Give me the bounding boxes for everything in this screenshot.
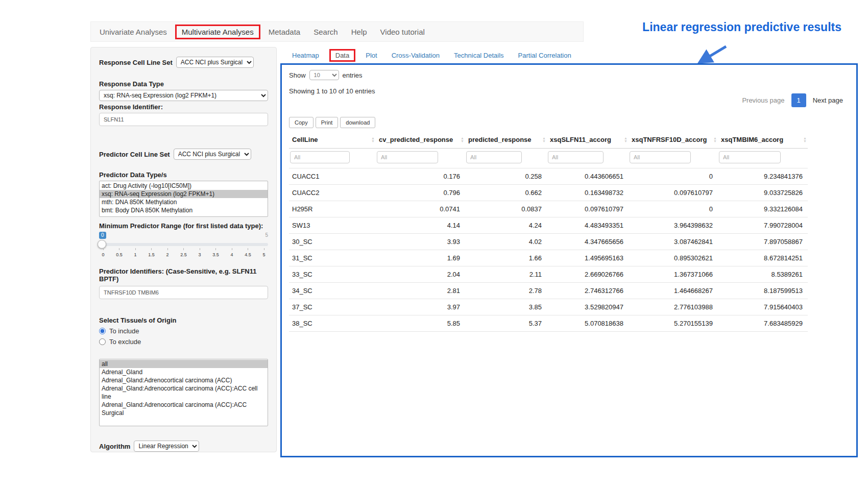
- tick-mark: [215, 248, 216, 250]
- value-cell: 2.11: [465, 266, 547, 283]
- value-cell: 0.163498732: [547, 185, 629, 201]
- previous-page-button[interactable]: Previous page: [737, 93, 789, 107]
- table-row[interactable]: 33_SC2.042.112.6690267661.3673710668.538…: [289, 266, 808, 283]
- column-header-predicted-response[interactable]: predicted_response▲▼: [465, 131, 547, 149]
- listbox-option-xsq-rna-seq-expression-log2-fpkm-1[interactable]: xsq: RNA-seq Expression (log2 FPKM+1): [100, 190, 268, 198]
- table-row[interactable]: 34_SC2.812.782.7463127661.4646682678.187…: [289, 283, 808, 299]
- value-cell: 0: [629, 168, 718, 185]
- column-header-cv-predicted-response[interactable]: cv_predicted_response▲▼: [376, 131, 465, 149]
- value-cell: 0.662: [465, 185, 547, 201]
- listbox-option-adrenal-gland-adrenocortical-carcinoma-acc[interactable]: Adrenal_Gland:Adrenocortical carcinoma (…: [100, 376, 268, 384]
- sidebar: Response Cell Line Set ACC NCI plus Surg…: [90, 47, 277, 452]
- listbox-option-mth-dna-850k-methylation[interactable]: mth: DNA 850K Methylation: [100, 198, 268, 206]
- entries-label: entries: [343, 71, 363, 79]
- column-filter-input-predicted-response[interactable]: [466, 151, 522, 163]
- tick-mark: [183, 248, 184, 250]
- min-predictor-range-slider[interactable]: 0 5 00.511.522.533.544.55: [99, 232, 268, 262]
- to-exclude-radio[interactable]: [99, 338, 106, 345]
- next-page-button[interactable]: Next page: [808, 93, 848, 107]
- column-header-xsqtmbim6-accorg[interactable]: xsqTMBIM6_accorg▲▼: [718, 131, 808, 149]
- tab-technical-details[interactable]: Technical Details: [449, 49, 509, 62]
- nav-item-search[interactable]: Search: [307, 25, 345, 39]
- value-cell: 5.85: [376, 315, 465, 332]
- column-filter-input-xsqslfn11-accorg[interactable]: [548, 151, 604, 163]
- filter-cell: [465, 149, 547, 168]
- value-cell: 3.97: [376, 299, 465, 315]
- predictor-cell-line-set-select[interactable]: ACC NCI plus Surgical: [174, 149, 251, 160]
- column-filter-input-xsqtnfrsf10d-accorg[interactable]: [630, 151, 691, 163]
- nav-item-univariate-analyses[interactable]: Univariate Analyses: [93, 25, 174, 39]
- algorithm-label: Algorithm: [99, 443, 130, 450]
- column-header-xsqslfn11-accorg[interactable]: xsqSLFN11_accorg▲▼: [547, 131, 629, 149]
- value-cell: 7.990728004: [718, 217, 808, 234]
- sort-icon[interactable]: ▲▼: [461, 137, 464, 143]
- column-header-cellline[interactable]: CellLine▲▼: [289, 131, 376, 149]
- table-row[interactable]: H295R0.07410.08370.09761079709.332126084: [289, 201, 808, 217]
- to-exclude-option[interactable]: To exclude: [99, 338, 268, 346]
- table-row[interactable]: 38_SC5.855.375.0708186385.2701551397.683…: [289, 315, 808, 332]
- table-row[interactable]: SW134.144.244.4834933513.9643986327.9907…: [289, 217, 808, 234]
- filter-cell: [376, 149, 465, 168]
- nav-item-help[interactable]: Help: [345, 25, 374, 39]
- nav-item-video-tutorial[interactable]: Video tutorial: [374, 25, 431, 39]
- tab-plot[interactable]: Plot: [360, 49, 382, 62]
- value-cell: 7.897058867: [718, 234, 808, 250]
- cellline-cell: H295R: [289, 201, 376, 217]
- predictor-data-type-listbox[interactable]: act: Drug Activity (-log10[IC50M])xsq: R…: [99, 181, 268, 217]
- column-filter-input-cv-predicted-response[interactable]: [377, 151, 438, 163]
- response-data-type-select[interactable]: xsq: RNA-seq Expression (log2 FPKM+1): [99, 90, 268, 101]
- slider-track[interactable]: [99, 243, 268, 246]
- predictor-cell-line-set-row: Predictor Cell Line Set ACC NCI plus Sur…: [99, 149, 268, 160]
- listbox-option-adrenal-gland-adrenocortical-carcinoma-acc-acc-surgical[interactable]: Adrenal_Gland:Adrenocortical carcinoma (…: [100, 401, 268, 417]
- predictor-identifiers-label: Predictor Identifiers: (Case-Sensitive, …: [99, 267, 268, 283]
- sort-icon[interactable]: ▲▼: [624, 137, 628, 143]
- nav-item-multivariate-analyses[interactable]: Multivariate Analyses: [175, 25, 260, 39]
- entries-select[interactable]: 10: [309, 70, 339, 80]
- tab-heatmap[interactable]: Heatmap: [287, 49, 324, 62]
- tab-cross-validation[interactable]: Cross-Validation: [387, 49, 445, 62]
- sort-icon[interactable]: ▲▼: [371, 137, 375, 143]
- column-filter-input-cellline[interactable]: [290, 151, 350, 163]
- response-identifier-input[interactable]: [99, 113, 268, 126]
- sort-desc-icon: ▼: [371, 140, 375, 143]
- response-cell-line-set-select[interactable]: ACC NCI plus Surgical: [176, 57, 254, 68]
- slider-tick: 0: [100, 248, 106, 257]
- sort-icon[interactable]: ▲▼: [803, 137, 807, 143]
- to-include-radio[interactable]: [99, 328, 106, 334]
- table-row[interactable]: 31_SC1.691.661.4956951630.8953026218.672…: [289, 250, 808, 266]
- showing-entries-text: Showing 1 to 10 of 10 entries: [289, 87, 375, 95]
- sort-icon[interactable]: ▲▼: [542, 137, 546, 143]
- listbox-option-adrenal-gland-adrenocortical-carcinoma-acc-acc-cell-line[interactable]: Adrenal_Gland:Adrenocortical carcinoma (…: [100, 384, 268, 401]
- column-header-xsqtnfrsf10d-accorg[interactable]: xsqTNFRSF10D_accorg▲▼: [629, 131, 718, 149]
- to-include-option[interactable]: To include: [99, 327, 268, 335]
- value-cell: 4.347665656: [547, 234, 629, 250]
- sort-icon[interactable]: ▲▼: [713, 137, 717, 143]
- table-row[interactable]: 37_SC3.973.853.5298209472.7761039887.915…: [289, 299, 808, 315]
- predictor-identifiers-input[interactable]: [99, 286, 268, 299]
- tab-partial-correlation[interactable]: Partial Correlation: [513, 49, 576, 62]
- response-cell-line-set-label: Response Cell Line Set: [99, 59, 173, 66]
- slider-value-chip: 0: [99, 232, 106, 239]
- tick-label: 3.5: [212, 252, 219, 257]
- cellline-cell: 34_SC: [289, 283, 376, 299]
- tab-data[interactable]: Data: [329, 49, 355, 62]
- listbox-option-all[interactable]: all: [100, 360, 268, 368]
- page-number-button[interactable]: 1: [791, 93, 806, 107]
- table-row[interactable]: CUACC20.7960.6620.1634987320.0976107979.…: [289, 185, 808, 201]
- filter-cell: [547, 149, 629, 168]
- tick-label: 4.5: [245, 252, 251, 257]
- table-row[interactable]: CUACC10.1760.2580.44360665109.234841376: [289, 168, 808, 185]
- table-row[interactable]: 30_SC3.934.024.3476656563.0874628417.897…: [289, 234, 808, 250]
- listbox-option-act-drug-activity-log10-ic50m[interactable]: act: Drug Activity (-log10[IC50M]): [100, 182, 268, 190]
- algorithm-select[interactable]: Linear Regression: [134, 441, 199, 452]
- button-print[interactable]: Print: [316, 117, 339, 128]
- slider-handle[interactable]: [98, 240, 106, 249]
- button-copy[interactable]: Copy: [289, 117, 314, 128]
- tissue-listbox[interactable]: allAdrenal_GlandAdrenal_Gland:Adrenocort…: [99, 359, 268, 426]
- listbox-option-adrenal-gland[interactable]: Adrenal_Gland: [100, 368, 268, 376]
- nav-item-metadata[interactable]: Metadata: [262, 25, 307, 39]
- column-filter-input-xsqtmbim6-accorg[interactable]: [719, 151, 781, 163]
- button-download[interactable]: download: [340, 117, 375, 128]
- table-header-row: CellLine▲▼cv_predicted_response▲▼predict…: [289, 131, 808, 149]
- listbox-option-bmt-body-dna-850k-methylation[interactable]: bmt: Body DNA 850K Methylation: [100, 206, 268, 214]
